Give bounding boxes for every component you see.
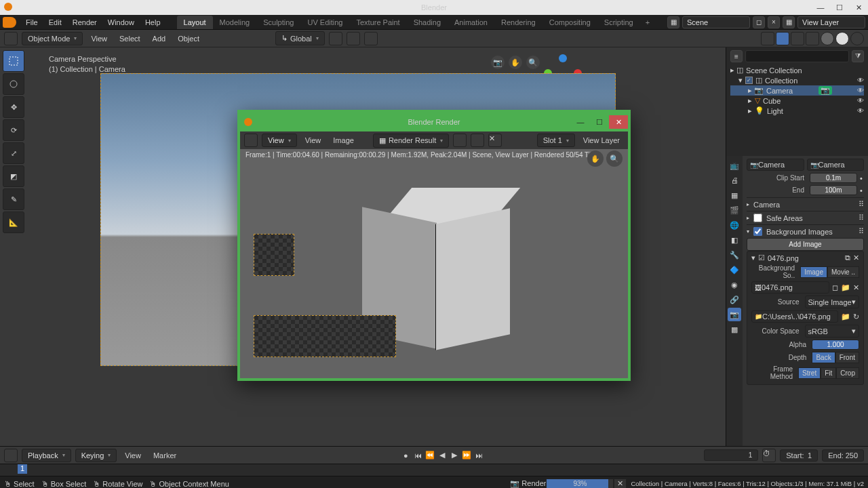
nav-camera-icon[interactable]: 📷 <box>491 56 505 69</box>
render-view2[interactable]: View <box>301 135 326 146</box>
bgimg-duplicate-icon[interactable]: ⧉ <box>845 253 850 262</box>
timeline-marker[interactable]: Marker <box>149 449 180 462</box>
ptab-render-icon[interactable]: 📺 <box>728 159 741 172</box>
timeline-view[interactable]: View <box>121 449 145 462</box>
tab-modeling[interactable]: Modeling <box>213 16 257 29</box>
outliner-item-camera[interactable]: ▸ 📷 Camera 📷👁 <box>730 85 864 96</box>
ptab-particle-icon[interactable]: 🔷 <box>728 263 741 277</box>
depth-front[interactable]: Front <box>835 352 859 363</box>
render-pan-icon[interactable]: ✋ <box>587 150 604 167</box>
render-view1[interactable]: View <box>262 134 297 147</box>
render-zoom-icon[interactable]: 🔍 <box>606 150 623 167</box>
nav-pan-icon[interactable]: ✋ <box>509 56 522 69</box>
tab-animation[interactable]: Animation <box>448 16 494 29</box>
ptab-object-icon[interactable]: ◧ <box>728 233 741 247</box>
bgimg-header[interactable]: ▾☑ 0476.png⧉ ✕ <box>751 253 859 262</box>
source-dropdown[interactable]: Single Image▾ <box>805 296 860 308</box>
ptab-world-icon[interactable]: 🌐 <box>728 218 741 232</box>
mode-dropdown[interactable]: Object Mode <box>22 32 83 45</box>
panel-camera[interactable]: ▸Camera⠿ <box>747 197 864 211</box>
play-icon[interactable]: ▶ <box>449 450 460 461</box>
filepath-field[interactable]: 📁 C:\Users\..\0476.png <box>751 310 838 323</box>
tab-scripting[interactable]: Scripting <box>597 16 640 29</box>
maximize-button[interactable]: ☐ <box>830 0 849 15</box>
shading-rendered-icon[interactable] <box>850 32 864 45</box>
snap-icon[interactable] <box>347 32 360 45</box>
breadcrumb-object[interactable]: 📷 Camera <box>747 159 804 171</box>
render-result-dropdown[interactable]: ▦ Render Result <box>373 134 449 148</box>
scene-browse-icon[interactable]: ▦ <box>667 16 679 28</box>
shading-wire-icon[interactable] <box>806 32 819 45</box>
tab-texturepaint[interactable]: Texture Paint <box>349 16 406 29</box>
render-new-icon[interactable] <box>453 134 467 147</box>
render-image-menu[interactable]: Image <box>329 135 358 146</box>
outliner-collection[interactable]: ▾ ✓ ◫ Collection👁 <box>730 75 864 85</box>
clip-start-field[interactable]: 0.1m <box>810 173 857 183</box>
outliner-scene-collection[interactable]: ▸ ◫ Scene Collection <box>730 65 864 75</box>
header-view[interactable]: View <box>87 33 111 45</box>
render-minimize-button[interactable]: — <box>571 115 590 129</box>
render-canvas[interactable] <box>240 161 628 375</box>
tool-measure[interactable]: 📐 <box>3 211 24 233</box>
panel-safe-areas[interactable]: ▸Safe Areas⠿ <box>747 211 864 224</box>
ptab-data-camera-icon[interactable]: 📷 <box>728 308 741 321</box>
ptab-viewlayer-icon[interactable]: ▦ <box>728 188 741 202</box>
bgimg-remove-icon[interactable]: ✕ <box>853 253 859 262</box>
render-editor-icon[interactable] <box>244 134 258 147</box>
outliner-item-cube[interactable]: ▸ ▽ Cube👁 <box>730 96 864 106</box>
tool-cursor[interactable] <box>3 73 24 95</box>
timeline-editor-icon[interactable] <box>4 449 18 462</box>
proportional-icon[interactable] <box>364 32 378 45</box>
tab-shading[interactable]: Shading <box>407 16 448 29</box>
alpha-field[interactable]: 1.000 <box>812 340 859 350</box>
colorspace-dropdown[interactable]: sRGB▾ <box>805 325 860 338</box>
bgsource-movie[interactable]: Movie .. <box>827 266 859 278</box>
tab-sculpting[interactable]: Sculpting <box>256 16 300 29</box>
img-new-icon[interactable]: ◻ <box>832 283 838 292</box>
end-frame-field[interactable]: End: 250 <box>822 449 864 462</box>
ptab-output-icon[interactable]: 🖨 <box>728 174 741 187</box>
orientation-dropdown[interactable]: ↳ Global <box>275 31 325 45</box>
bgsource-image[interactable]: Image <box>800 266 827 278</box>
ptab-texture-icon[interactable]: ▩ <box>728 323 741 336</box>
depth-back[interactable]: Back <box>812 352 835 363</box>
editor-type-icon[interactable] <box>4 32 18 45</box>
render-titlebar[interactable]: Blender Render — ☐ ✕ <box>240 113 628 131</box>
frame-fit[interactable]: Fit <box>821 367 836 379</box>
viewlayer-name-field[interactable]: View Layer <box>797 16 865 28</box>
tool-move[interactable]: ✥ <box>3 96 24 118</box>
add-image-button[interactable]: Add Image <box>747 238 864 251</box>
tool-select-box[interactable] <box>3 50 24 72</box>
overlay-toggle-icon[interactable] <box>776 32 789 45</box>
outliner-display-icon[interactable]: ≡ <box>730 50 743 62</box>
gizmo-z-icon[interactable] <box>559 54 567 62</box>
breadcrumb-data[interactable]: 📷 Camera <box>807 159 865 171</box>
img-unlink-icon[interactable]: ✕ <box>853 283 859 292</box>
playhead[interactable]: 1 <box>18 464 27 474</box>
shading-solid-icon[interactable] <box>821 32 834 45</box>
panel-bg-images[interactable]: ▾Background Images⠿ <box>747 224 864 238</box>
render-viewlayer-label[interactable]: View Layer <box>579 135 624 146</box>
outliner-filter-icon[interactable]: ⧩ <box>852 50 864 62</box>
frame-stretch[interactable]: Stret <box>798 367 821 379</box>
ptab-scene-icon[interactable]: 🎬 <box>728 203 741 217</box>
tool-rotate[interactable]: ⟳ <box>3 119 24 141</box>
play-rev-icon[interactable]: ◀ <box>437 450 448 461</box>
ptab-physics-icon[interactable]: ◉ <box>728 278 741 291</box>
ptab-constraint-icon[interactable]: 🔗 <box>728 293 741 306</box>
add-workspace-button[interactable]: + <box>640 16 655 29</box>
img-open-icon[interactable]: 📁 <box>841 283 850 292</box>
minimize-button[interactable]: — <box>811 0 830 15</box>
filepath-browse-icon[interactable]: 📁 <box>841 312 850 321</box>
menu-help[interactable]: Help <box>140 16 166 28</box>
next-key-icon[interactable]: ⏩ <box>461 450 472 461</box>
xray-icon[interactable] <box>791 32 804 45</box>
playback-dropdown[interactable]: Playback <box>22 449 71 462</box>
tab-rendering[interactable]: Rendering <box>494 16 542 29</box>
render-open-icon[interactable] <box>471 134 484 147</box>
image-datablock[interactable]: 🖼 0476.png <box>751 281 829 293</box>
shading-matprev-icon[interactable] <box>835 32 849 45</box>
cancel-render-button[interactable]: ✕ <box>614 479 627 488</box>
scene-del-button[interactable]: × <box>768 16 780 28</box>
render-unlink-icon[interactable]: ✕ <box>488 134 502 147</box>
